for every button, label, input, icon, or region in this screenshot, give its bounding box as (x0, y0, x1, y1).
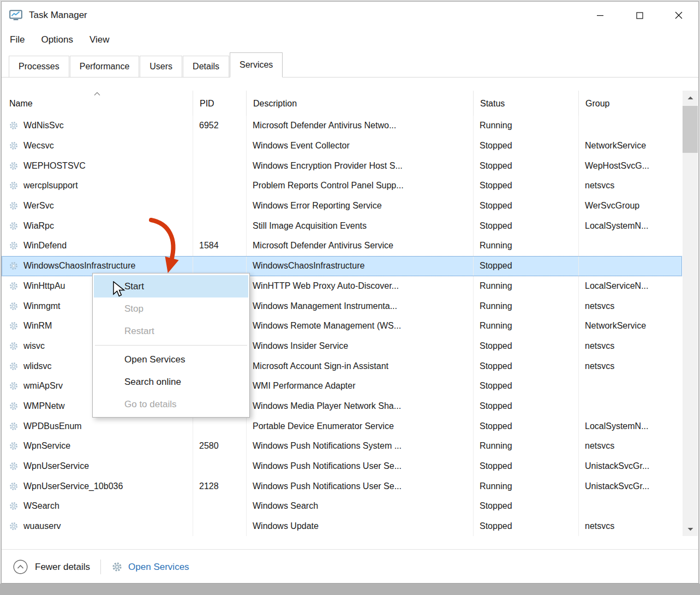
table-row[interactable]: WiaRpc Still Image Acquisition Events St… (2, 216, 682, 236)
service-name: WerSvc (23, 201, 54, 211)
cell-group: WepHostSvcG... (578, 156, 682, 176)
fewer-details-button[interactable]: Fewer details (35, 562, 90, 573)
cell-status: Stopped (473, 196, 578, 216)
context-menu-item-label: Go to details (124, 399, 176, 410)
cell-description: Windows Insider Service (246, 336, 473, 356)
table-row[interactable]: WdNisSvc 6952 Microsoft Defender Antivir… (2, 116, 682, 136)
cell-group: LocalSystemN... (578, 216, 682, 236)
column-header-name[interactable]: Name (2, 91, 193, 116)
menubar-item[interactable]: Options (41, 34, 73, 45)
cell-description: Microsoft Defender Antivirus Service (246, 236, 473, 256)
cell-description: Windows Encryption Provider Host S... (246, 156, 473, 176)
cell-group (578, 256, 682, 276)
table-row[interactable]: WpnService 2580 Windows Push Notificatio… (2, 436, 682, 456)
column-header-status[interactable]: Status (473, 91, 578, 116)
cell-name: WEPHOSTSVC (2, 156, 193, 176)
cell-description: Windows Push Notifications User Se... (246, 476, 473, 496)
menubar-item[interactable]: File (10, 34, 25, 45)
task-manager-icon (9, 8, 23, 22)
context-menu-item[interactable]: Open Services (94, 348, 248, 371)
cell-description: Windows Push Notifications System ... (246, 436, 473, 456)
scroll-down-icon (687, 527, 693, 531)
service-gear-icon (9, 321, 19, 331)
service-name: WdNisSvc (23, 121, 64, 130)
scroll-up-button[interactable] (683, 91, 698, 105)
table-row[interactable]: wercplsupport Problem Reports Control Pa… (2, 176, 682, 196)
tab[interactable]: Performance (70, 56, 140, 77)
cell-group (578, 496, 682, 516)
close-icon (675, 11, 683, 19)
cell-description: Windows Push Notifications User Se... (246, 456, 473, 477)
context-menu: Start Stop Restart Open Services (92, 273, 250, 418)
service-gear-icon (9, 141, 19, 151)
menubar-item[interactable]: View (89, 34, 110, 45)
cell-status: Stopped (473, 156, 578, 176)
cell-group: WerSvcGroup (578, 196, 682, 216)
cell-name: WSearch (2, 496, 193, 516)
table-row[interactable]: WEPHOSTSVC Windows Encryption Provider H… (2, 156, 682, 176)
scrollbar-thumb[interactable] (683, 106, 698, 153)
cell-pid (193, 176, 246, 196)
context-menu-item[interactable]: Search online (94, 371, 248, 393)
footer-divider (100, 560, 101, 574)
cell-status: Running (473, 276, 578, 296)
cell-name: WiaRpc (2, 216, 193, 236)
table-header: Name PID Description Status Group (2, 91, 682, 116)
table-row[interactable]: WpnUserService Windows Push Notification… (2, 456, 682, 477)
cell-name: WinDefend (2, 236, 193, 256)
tab-label: Processes (19, 62, 59, 72)
service-gear-icon (9, 241, 19, 251)
column-header-pid[interactable]: PID (193, 91, 246, 116)
cell-group: NetworkService (578, 316, 682, 336)
cell-pid (193, 456, 246, 477)
cell-name: WPDBusEnum (2, 416, 193, 436)
cell-pid: 6952 (193, 116, 246, 136)
service-gear-icon (9, 201, 19, 211)
cell-description: Portable Device Enumerator Service (246, 416, 473, 436)
column-header-group[interactable]: Group (578, 91, 682, 116)
tab-label: Users (149, 62, 172, 72)
cell-pid (193, 516, 246, 537)
context-menu-item[interactable]: Restart (94, 320, 248, 342)
context-menu-item[interactable]: Start (94, 275, 248, 297)
table-row[interactable]: WPDBusEnum Portable Device Enumerator Se… (2, 416, 682, 436)
table-row[interactable]: wuauserv Windows Update Stopped netsvcs (2, 516, 682, 537)
open-services-link[interactable]: Open Services (128, 562, 189, 573)
tab-label: Details (193, 62, 219, 72)
table-row[interactable]: Wecsvc Windows Event Collector Stopped N… (2, 136, 682, 156)
service-gear-icon (9, 441, 19, 451)
cell-description: Windows Update (246, 516, 473, 537)
tab-label: Services (240, 60, 273, 70)
cell-description: Still Image Acquisition Events (246, 216, 473, 236)
context-menu-item[interactable]: Stop (94, 297, 248, 320)
context-menu-item[interactable]: Go to details (94, 393, 248, 415)
service-name: wisvc (23, 341, 45, 351)
service-gear-icon (9, 401, 19, 411)
table-row[interactable]: WinDefend 1584 Microsoft Defender Antivi… (2, 236, 682, 256)
service-gear-icon (9, 501, 19, 511)
cell-description: Microsoft Account Sign-in Assistant (246, 356, 473, 376)
tab[interactable]: Processes (9, 56, 69, 77)
service-gear-icon (9, 261, 19, 271)
cell-pid (193, 156, 246, 176)
minimize-icon (597, 12, 604, 19)
service-gear-icon (9, 341, 19, 351)
tab[interactable]: Details (183, 56, 229, 77)
maximize-icon (636, 12, 643, 19)
tab[interactable]: Services (230, 52, 283, 78)
close-button[interactable] (659, 2, 698, 29)
cell-status: Stopped (473, 396, 578, 416)
table-row[interactable]: WpnUserService_10b036 2128 Windows Push … (2, 476, 682, 496)
fewer-details-chevron-icon (13, 560, 28, 574)
service-name: WMPNetw (23, 401, 65, 411)
scroll-down-button[interactable] (683, 522, 698, 536)
cell-name: WerSvc (2, 196, 193, 216)
table-row[interactable]: WerSvc Windows Error Reporting Service S… (2, 196, 682, 216)
column-header-description[interactable]: Description (246, 91, 473, 116)
maximize-button[interactable] (620, 2, 659, 29)
minimize-button[interactable] (581, 2, 620, 29)
vertical-scrollbar[interactable] (683, 91, 698, 536)
tab[interactable]: Users (140, 56, 182, 77)
table-row[interactable]: WSearch Windows Search Stopped (2, 496, 682, 516)
service-name: wercplsupport (23, 181, 78, 191)
